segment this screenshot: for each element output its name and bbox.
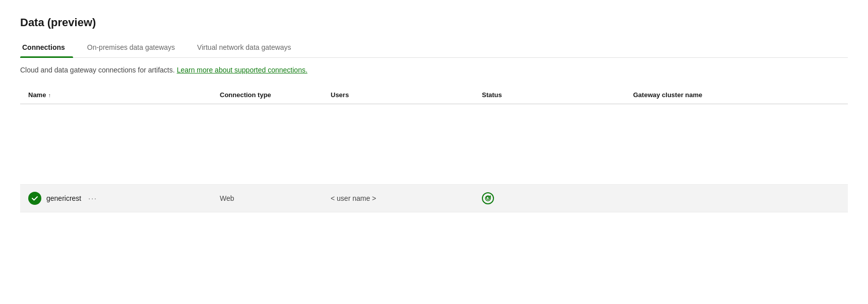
header-status: Status [482, 91, 633, 99]
tab-onpremises[interactable]: On-premises data gateways [85, 39, 183, 57]
description-row: Cloud and data gateway connections for a… [20, 66, 848, 74]
description-text: Cloud and data gateway connections for a… [20, 66, 175, 74]
table-header: Name ↑ Connection type Users Status Gate… [20, 86, 848, 104]
header-name: Name ↑ [28, 91, 220, 99]
row-users: < user name > [331, 194, 482, 202]
tab-vnet[interactable]: Virtual network data gateways [195, 39, 299, 57]
tab-connections[interactable]: Connections [20, 39, 73, 57]
check-icon [28, 192, 41, 205]
header-gateway-cluster-name: Gateway cluster name [633, 91, 840, 99]
table-body: genericrest ··· Web < user name > [20, 104, 848, 212]
row-connection-type: Web [220, 194, 331, 202]
page-title: Data (preview) [20, 16, 848, 29]
table-container: Name ↑ Connection type Users Status Gate… [20, 86, 848, 212]
row-status-cell [482, 192, 633, 204]
refresh-icon [482, 192, 494, 204]
table-row[interactable]: genericrest ··· Web < user name > [20, 185, 848, 212]
header-connection-type: Connection type [220, 91, 331, 99]
learn-more-link[interactable]: Learn more about supported connections. [177, 66, 307, 74]
empty-rows [20, 104, 848, 185]
header-users: Users [331, 91, 482, 99]
page-container: Data (preview) Connections On-premises d… [0, 0, 868, 212]
tabs-container: Connections On-premises data gateways Vi… [20, 39, 848, 58]
row-name-cell: genericrest ··· [28, 192, 220, 205]
row-name: genericrest [46, 194, 81, 202]
sort-arrow-icon: ↑ [48, 92, 51, 98]
row-ellipsis[interactable]: ··· [88, 194, 97, 202]
